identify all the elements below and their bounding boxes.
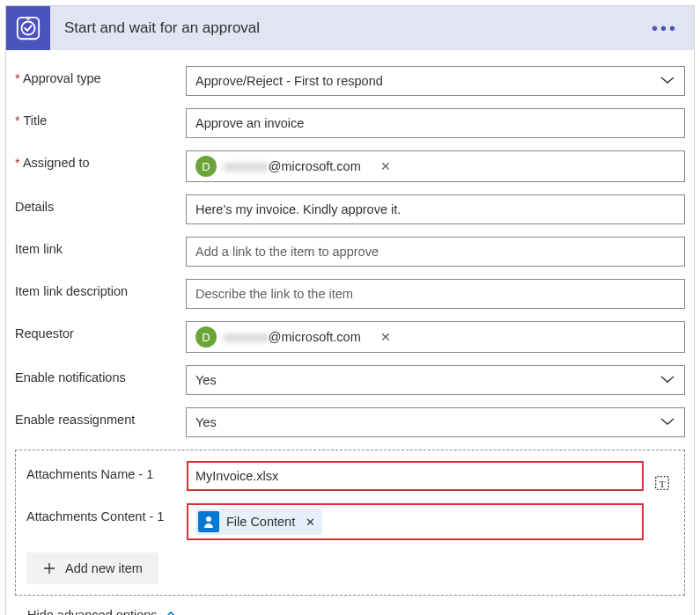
remove-chip-icon[interactable]: ✕	[377, 159, 394, 173]
chip-email: xxxxxxx@microsoft.com	[224, 159, 361, 173]
assigned-to-label: * Assigned to	[15, 150, 186, 171]
chevron-up-icon	[165, 611, 177, 615]
avatar: D	[195, 156, 217, 177]
attachment-content-input[interactable]: File Content ✕	[187, 503, 644, 540]
card-body: * Approval type Approve/Reject - First t…	[6, 50, 694, 615]
svg-point-4	[206, 516, 211, 522]
details-input[interactable]: Here's my invoice. Kindly approve it.	[186, 194, 685, 224]
plus-icon	[42, 561, 56, 575]
approval-type-label: * Approval type	[15, 66, 186, 86]
assigned-to-chip: D xxxxxxx@microsoft.com ✕	[194, 155, 396, 178]
chevron-down-icon	[659, 74, 675, 88]
card-header[interactable]: Start and wait for an approval •••	[6, 6, 694, 50]
svg-point-1	[22, 22, 35, 35]
attachment-name-input[interactable]: MyInvoice.xlsx	[187, 461, 644, 491]
attachment-name-label: Attachments Name - 1	[26, 461, 187, 483]
item-link-desc-label: Item link description	[15, 279, 186, 299]
avatar: D	[195, 326, 217, 348]
title-input[interactable]: Approve an invoice	[186, 108, 685, 138]
remove-chip-icon[interactable]: ✕	[377, 330, 394, 344]
add-new-item-button[interactable]: Add new item	[26, 553, 158, 584]
attachment-content-label: Attachments Content - 1	[26, 503, 187, 525]
approval-type-select[interactable]: Approve/Reject - First to respond	[186, 66, 685, 96]
requestor-label: Requestor	[15, 321, 186, 341]
remove-token-icon[interactable]: ✕	[306, 516, 315, 529]
attachments-group: Attachments Name - 1 MyInvoice.xlsx T At…	[15, 450, 685, 596]
chip-email: xxxxxxx@microsoft.com	[224, 330, 361, 344]
assigned-to-input[interactable]: D xxxxxxx@microsoft.com ✕	[186, 150, 685, 182]
card-title: Start and wait for an approval	[64, 19, 636, 37]
chevron-down-icon	[659, 415, 675, 429]
approval-action-card: Start and wait for an approval ••• * App…	[5, 5, 695, 615]
details-label: Details	[15, 194, 186, 215]
enable-reassignment-select[interactable]: Yes	[186, 407, 685, 437]
item-link-label: Item link	[15, 237, 186, 257]
dynamic-content-icon[interactable]: T	[651, 472, 674, 494]
title-label: * Title	[15, 108, 186, 128]
hide-advanced-toggle[interactable]: Hide advanced options	[15, 596, 685, 615]
enable-notifications-select[interactable]: Yes	[186, 365, 685, 395]
svg-rect-0	[18, 18, 39, 39]
requestor-input[interactable]: D xxxxxxx@microsoft.com ✕	[186, 321, 685, 353]
requestor-chip: D xxxxxxx@microsoft.com ✕	[194, 326, 396, 348]
chevron-down-icon	[659, 373, 675, 387]
svg-text:T: T	[659, 479, 666, 489]
approval-icon	[6, 6, 50, 50]
enable-notifications-label: Enable notifications	[15, 365, 186, 385]
item-link-desc-input[interactable]: Describe the link to the item	[186, 279, 685, 309]
sharepoint-icon	[198, 511, 219, 532]
enable-reassignment-label: Enable reassignment	[15, 407, 186, 428]
file-content-token[interactable]: File Content ✕	[195, 509, 322, 535]
more-menu-icon[interactable]: •••	[636, 18, 694, 39]
item-link-input[interactable]: Add a link to the item to approve	[186, 237, 685, 267]
